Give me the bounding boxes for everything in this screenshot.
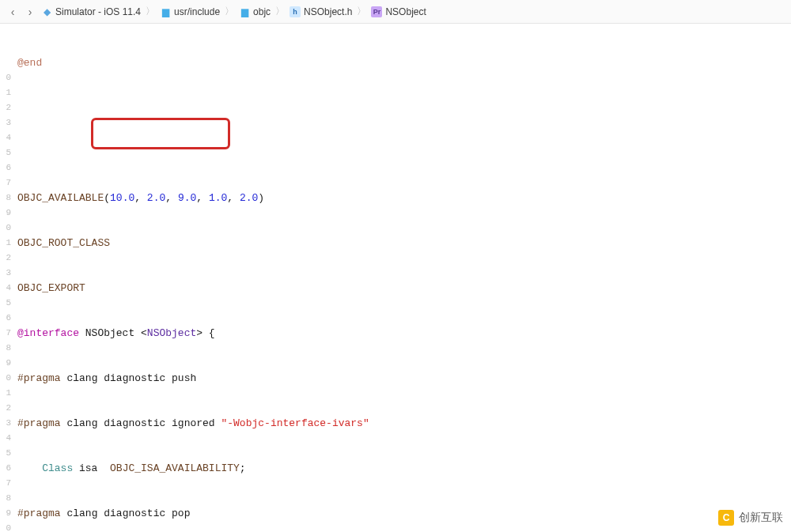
- crumb-nsobject-symbol[interactable]: Pr NSObject: [369, 6, 427, 17]
- header-file-icon: h: [290, 6, 301, 17]
- crumb-simulator[interactable]: ◆ Simulator - iOS 11.4: [40, 6, 142, 17]
- crumb-nsobject-h[interactable]: h NSObject.h: [288, 6, 354, 17]
- nav-back-button[interactable]: ‹: [5, 4, 21, 20]
- crumb-usr-include[interactable]: ▆ usr/include: [158, 6, 221, 17]
- watermark: C 创新互联: [718, 510, 783, 526]
- crumb-separator: 〉: [274, 5, 286, 18]
- breadcrumb-toolbar: ‹ › ◆ Simulator - iOS 11.4 〉 ▆ usr/inclu…: [0, 0, 791, 24]
- crumb-separator: 〉: [355, 5, 368, 18]
- protocol-icon: Pr: [371, 6, 382, 17]
- crumb-separator: 〉: [144, 5, 157, 18]
- folder-icon: ▆: [160, 6, 171, 17]
- crumb-label: objc: [253, 6, 271, 17]
- crumb-label: NSObject.h: [304, 6, 352, 17]
- crumb-separator: 〉: [223, 5, 236, 18]
- code-area[interactable]: @end OBJC_AVAILABLE(10.0, 2.0, 9.0, 1.0,…: [14, 24, 791, 532]
- watermark-label: 创新互联: [739, 511, 783, 525]
- watermark-logo-icon: C: [718, 510, 734, 526]
- crumb-label: NSObject: [385, 6, 426, 17]
- folder-icon: ▆: [239, 6, 250, 17]
- simulator-icon: ◆: [41, 6, 52, 17]
- code-editor[interactable]: 0123456789012345678901234567890 @end OBJ…: [0, 24, 791, 532]
- crumb-objc[interactable]: ▆ objc: [237, 6, 272, 17]
- annotation-highlight-box: [91, 118, 230, 149]
- crumb-label: usr/include: [174, 6, 220, 17]
- crumb-label: Simulator - iOS 11.4: [55, 6, 141, 17]
- nav-forward-button[interactable]: ›: [22, 4, 38, 20]
- line-number-gutter: 0123456789012345678901234567890: [0, 24, 14, 532]
